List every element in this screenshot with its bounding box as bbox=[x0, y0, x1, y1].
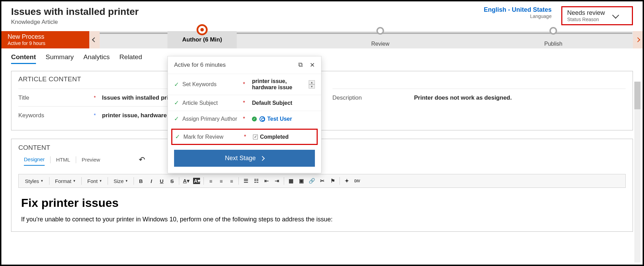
field-description-value: Printer does not work as designed. bbox=[414, 94, 512, 101]
chevron-left-icon bbox=[92, 37, 97, 42]
required-icon: * bbox=[243, 100, 245, 106]
tab-analytics[interactable]: Analytics bbox=[83, 53, 110, 64]
underline-icon[interactable]: U bbox=[158, 178, 165, 184]
status-dropdown[interactable]: Needs review Status Reason bbox=[561, 6, 633, 25]
flyout-mark-value: Completed bbox=[260, 134, 289, 140]
process-bar: New Process Active for 9 hours Author (6… bbox=[1, 31, 643, 48]
toolbar-font[interactable]: Font▼ bbox=[85, 178, 104, 184]
editor-body[interactable]: Fix printer issues If you're unable to c… bbox=[11, 188, 633, 231]
check-icon: ✓ bbox=[175, 133, 180, 140]
align-right-icon[interactable]: ≡ bbox=[228, 178, 235, 184]
active-stage-icon bbox=[197, 24, 208, 35]
flyout-mark-label: Mark for Review bbox=[183, 134, 244, 140]
stage-circle-icon bbox=[550, 27, 557, 35]
prev-stage-button[interactable] bbox=[89, 31, 100, 48]
tab-summary[interactable]: Summary bbox=[46, 53, 74, 64]
sparkle-icon[interactable]: ✦ bbox=[343, 178, 350, 184]
next-stage-button[interactable]: Next Stage bbox=[174, 150, 315, 167]
record-tabs: Content Summary Analytics Related bbox=[1, 48, 643, 64]
outdent-icon[interactable]: ⇤ bbox=[263, 178, 270, 184]
flyout-title: Active for 6 minutes bbox=[174, 62, 226, 68]
flyout-row-keywords[interactable]: ✓ Set Keywords * printer issue, hardware… bbox=[168, 74, 321, 95]
tab-related[interactable]: Related bbox=[119, 53, 142, 64]
unlink-icon[interactable]: ✂ bbox=[319, 178, 326, 184]
flyout-subject-label: Article Subject bbox=[182, 100, 243, 106]
stage-author[interactable]: Author (6 Min) bbox=[167, 31, 237, 48]
flag-icon[interactable]: ⚑ bbox=[329, 178, 336, 184]
recommended-icon: * bbox=[94, 112, 96, 118]
content-paragraph: If you're unable to connect to your prin… bbox=[21, 216, 623, 223]
tab-content[interactable]: Content bbox=[11, 53, 36, 64]
editor-tab-html[interactable]: HTML bbox=[56, 154, 70, 165]
toolbar-styles[interactable]: Styles▼ bbox=[23, 178, 46, 184]
div-icon[interactable]: DIV bbox=[354, 179, 361, 183]
checkbox-icon[interactable]: ✓ bbox=[253, 135, 258, 139]
textcolor-icon[interactable]: A▾ bbox=[183, 178, 190, 184]
editor-toolbar: Styles▼ Format▼ Font▼ Size▼ B I U S A▾ A… bbox=[18, 174, 626, 188]
field-description-label: Description bbox=[333, 94, 402, 101]
language-label: Language bbox=[484, 13, 552, 19]
flyout-author-value[interactable]: Test User bbox=[260, 116, 292, 122]
flyout-author-label: Assign Primary Author bbox=[182, 116, 243, 122]
flyout-keywords-label: Set Keywords bbox=[182, 81, 243, 88]
bgcolor-icon[interactable]: A▾ bbox=[193, 178, 200, 184]
stage-publish[interactable]: Publish bbox=[544, 27, 562, 47]
process-badge[interactable]: New Process Active for 9 hours bbox=[1, 31, 89, 48]
status-value: Needs review bbox=[567, 9, 605, 17]
required-icon: * bbox=[244, 134, 246, 140]
stage-review-label: Review bbox=[371, 41, 389, 47]
language-block[interactable]: English - United States Language bbox=[484, 6, 552, 19]
content-heading: CONTENT bbox=[11, 139, 633, 154]
scrollbar[interactable] bbox=[634, 82, 641, 263]
flyout-row-mark-review[interactable]: ✓ Mark for Review * ✓ Completed bbox=[171, 129, 318, 145]
chevron-down-icon bbox=[612, 12, 619, 19]
stage-publish-label: Publish bbox=[544, 41, 562, 47]
stage-flyout: Active for 6 minutes ⧉ ✕ ✓ Set Keywords … bbox=[167, 56, 321, 173]
required-icon: * bbox=[94, 94, 96, 100]
next-stage-label: Next Stage bbox=[225, 155, 256, 162]
check-icon: ✓ bbox=[174, 115, 179, 122]
article-content-heading: ARTICLE CONTENT bbox=[18, 75, 626, 83]
divider bbox=[76, 156, 76, 163]
numbered-list-icon[interactable]: ☰ bbox=[242, 178, 249, 184]
scroll-thumb[interactable] bbox=[634, 82, 641, 109]
bullet-list-icon[interactable]: ☷ bbox=[253, 178, 260, 184]
field-title-label: Title bbox=[18, 94, 88, 101]
presence-icon: ✓ bbox=[252, 117, 257, 121]
process-name: New Process bbox=[8, 33, 83, 40]
toolbar-size[interactable]: Size▼ bbox=[111, 178, 130, 184]
chevron-right-icon bbox=[635, 37, 640, 42]
flyout-keywords-value: printer issue, hardware issue bbox=[252, 78, 297, 91]
content-heading-text: Fix printer issues bbox=[21, 196, 623, 210]
align-left-icon[interactable]: ≡ bbox=[207, 178, 214, 184]
italic-icon[interactable]: I bbox=[148, 178, 155, 184]
stage-author-label: Author (6 Min) bbox=[182, 36, 222, 43]
link-icon[interactable]: 🔗 bbox=[308, 178, 315, 184]
next-stage-arrow[interactable] bbox=[633, 31, 643, 48]
field-description[interactable]: Description Printer does not work as des… bbox=[333, 89, 626, 106]
content-editor-panel: CONTENT Designer HTML Preview ↶ Styles▼ … bbox=[11, 139, 633, 232]
flyout-row-author[interactable]: ✓ Assign Primary Author * ✓ Test User bbox=[168, 111, 321, 127]
field-keywords-label: Keywords bbox=[18, 112, 88, 119]
chevron-right-icon bbox=[260, 156, 265, 160]
flyout-subject-value: Default Subject bbox=[252, 100, 292, 106]
bold-icon[interactable]: B bbox=[137, 178, 144, 184]
stage-circle-icon bbox=[377, 27, 384, 35]
entity-label: Knowledge Article bbox=[11, 19, 139, 26]
toolbar-format[interactable]: Format▼ bbox=[53, 178, 78, 184]
align-center-icon[interactable]: ≡ bbox=[218, 178, 225, 184]
strike-icon[interactable]: S bbox=[169, 178, 175, 184]
check-icon: ✓ bbox=[174, 99, 179, 107]
stage-review[interactable]: Review bbox=[371, 27, 389, 47]
status-label: Status Reason bbox=[567, 17, 605, 22]
spinner-control[interactable]: ▲▼ bbox=[309, 80, 315, 89]
editor-tab-designer[interactable]: Designer bbox=[24, 154, 45, 166]
popout-icon[interactable]: ⧉ bbox=[298, 61, 303, 69]
image-icon[interactable]: ▣ bbox=[298, 178, 305, 184]
table-icon[interactable]: ▦ bbox=[288, 178, 294, 184]
flyout-row-subject[interactable]: ✓ Article Subject * Default Subject bbox=[168, 95, 321, 111]
close-icon[interactable]: ✕ bbox=[310, 61, 315, 69]
indent-icon[interactable]: ⇥ bbox=[273, 178, 280, 184]
editor-tab-preview[interactable]: Preview bbox=[82, 154, 100, 165]
undo-button[interactable]: ↶ bbox=[139, 155, 145, 164]
